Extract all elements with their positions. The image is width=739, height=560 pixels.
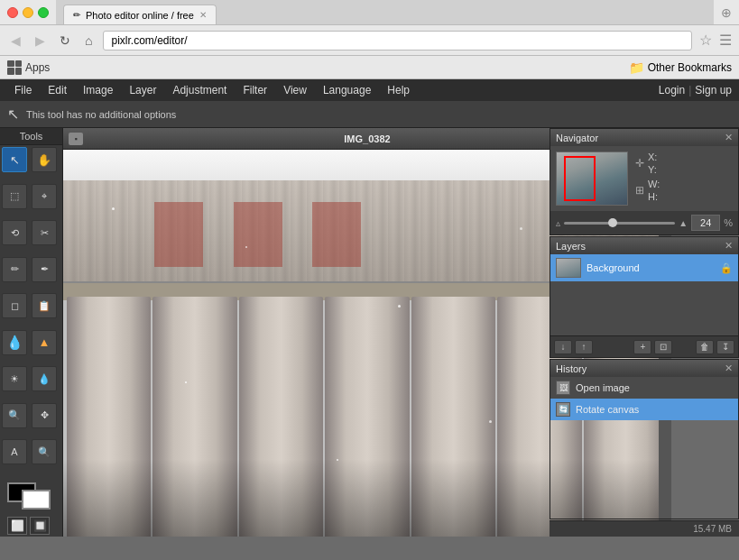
tool-text[interactable]: A	[2, 439, 27, 464]
tool-marquee[interactable]: ⬚	[2, 184, 27, 209]
tab-favicon: ✏	[73, 10, 80, 20]
tool-paint-bucket[interactable]: 💧	[2, 330, 27, 355]
quick-mask-button[interactable]: 🔲	[30, 517, 50, 535]
navigator-header: Navigator ✕	[550, 129, 738, 146]
layer-item[interactable]: Background 🔒	[550, 254, 738, 281]
tab-close-button[interactable]: ✕	[199, 10, 207, 20]
signup-button[interactable]: Sign up	[695, 84, 732, 96]
bookmark-folder-icon: 📁	[629, 60, 644, 75]
title-bar: ✏ Photo editor online / free ✕ ⊕	[0, 0, 739, 25]
traffic-lights	[7, 7, 49, 18]
layers-panel: Layers ✕ Background 🔒 ↓	[550, 236, 739, 358]
menu-adjustment[interactable]: Adjustment	[165, 82, 234, 98]
window-minimize-button[interactable]: ▪	[69, 133, 83, 145]
history-item-1[interactable]: 🖼 Open image	[550, 377, 738, 399]
forward-button[interactable]: ▶	[32, 32, 49, 50]
layers-arrow-button[interactable]: ↓	[554, 340, 572, 354]
history-label-1: Open image	[576, 382, 630, 393]
tools-grid: ↖ ✋ ⬚ ⌖ ⟲ ✂ ✏ ✒ ◻ 📋 💧 ▲ ☀ 💧 🔍 ✥ A 🔍	[0, 145, 62, 477]
normal-mode-button[interactable]: ⬜	[7, 517, 27, 535]
tool-wand[interactable]: ⟲	[2, 220, 27, 245]
crosshair-icon: ✛	[635, 157, 644, 170]
tool-clone[interactable]: 📋	[32, 293, 57, 318]
layers-up-button[interactable]: ↑	[575, 340, 593, 354]
history-icon-2: 🔄	[556, 402, 570, 417]
menu-filter[interactable]: Filter	[236, 82, 274, 98]
tool-select[interactable]: ↖	[2, 147, 27, 172]
login-button[interactable]: Login	[659, 84, 685, 96]
tool-hand[interactable]: ✥	[32, 403, 57, 428]
tools-header: Tools	[0, 128, 62, 145]
history-title: History	[556, 363, 587, 374]
tool-move[interactable]: ✋	[32, 147, 57, 172]
menu-file[interactable]: File	[7, 82, 39, 98]
zoom-input[interactable]	[691, 215, 720, 231]
menu-help[interactable]: Help	[380, 82, 417, 98]
menu-language[interactable]: Language	[316, 82, 378, 98]
tool-eyedropper[interactable]: 🔍	[32, 439, 57, 464]
layer-thumbnail	[556, 258, 581, 278]
tool-lasso[interactable]: ⌖	[32, 184, 57, 209]
navigator-h-label: H:	[648, 191, 660, 202]
tool-gradient[interactable]: ▲	[32, 330, 57, 355]
tools-panel: Tools ↖ ✋ ⬚ ⌖ ⟲ ✂ ✏ ✒ ◻ 📋 💧 ▲ ☀ 💧 🔍 ✥	[0, 128, 63, 537]
duplicate-layer-button[interactable]: ⊡	[654, 340, 672, 354]
address-input[interactable]	[103, 31, 692, 50]
zoom-slider[interactable]	[564, 222, 675, 225]
close-button[interactable]	[7, 7, 18, 18]
maximize-button[interactable]	[38, 7, 49, 18]
history-content: 🖼 Open image 🔄 Rotate canvas	[550, 377, 738, 420]
other-bookmarks[interactable]: 📁 Other Bookmarks	[629, 60, 732, 75]
history-panel: History ✕ 🖼 Open image 🔄 Rotate canvas	[550, 359, 739, 519]
history-item-2[interactable]: 🔄 Rotate canvas	[550, 399, 738, 420]
tool-pencil[interactable]: ✏	[2, 257, 27, 282]
zoom-handle[interactable]	[608, 218, 617, 227]
navigator-close-button[interactable]: ✕	[725, 132, 733, 143]
tool-blur[interactable]: 💧	[32, 366, 57, 391]
menu-image[interactable]: Image	[76, 82, 120, 98]
color-swatch-area	[0, 477, 62, 515]
status-text: 15.47 MB	[693, 524, 732, 534]
background-color[interactable]	[22, 490, 51, 510]
navigator-panel: Navigator ✕ ✛ X: Y:	[550, 128, 739, 235]
menu-layer[interactable]: Layer	[122, 82, 163, 98]
home-button[interactable]: ⌂	[81, 32, 96, 50]
status-bar: 15.47 MB	[550, 520, 739, 537]
tool-brush[interactable]: ✒	[32, 257, 57, 282]
auth-area: Login | Sign up	[659, 84, 732, 96]
tool-dodge[interactable]: ☀	[2, 366, 27, 391]
new-tab-button[interactable]: ⊕	[721, 5, 732, 20]
layers-toolbar: ↓ ↑ + ⊡ 🗑 ↧	[550, 335, 738, 357]
reload-button[interactable]: ↻	[56, 32, 74, 50]
merge-layer-button[interactable]: ↧	[716, 340, 734, 354]
delete-layer-button[interactable]: 🗑	[696, 340, 714, 354]
layers-header: Layers ✕	[550, 237, 738, 254]
menu-button[interactable]: ☰	[719, 32, 732, 49]
apps-button[interactable]: Apps	[7, 60, 50, 75]
canvas-area: ▪ IMG_0382 ✕	[63, 128, 739, 537]
zoom-percent-label: %	[724, 217, 733, 228]
color-swatch	[7, 482, 51, 510]
zoom-out-icon[interactable]: ▵	[556, 218, 560, 228]
layer-name: Background	[587, 262, 715, 273]
tab-title: Photo editor online / free	[86, 10, 194, 21]
navigator-x-label: X:	[648, 151, 657, 162]
layers-close-button[interactable]: ✕	[725, 240, 733, 252]
back-button[interactable]: ◀	[7, 32, 24, 50]
tool-zoom[interactable]: 🔍	[2, 403, 27, 428]
minimize-button[interactable]	[23, 7, 33, 18]
tool-crop[interactable]: ✂	[32, 220, 57, 245]
navigator-viewport[interactable]	[564, 156, 596, 201]
zoom-in-icon[interactable]: ▲	[679, 218, 688, 228]
resize-icon: ⊞	[635, 184, 644, 197]
navigator-w-label: W:	[648, 179, 660, 189]
menu-edit[interactable]: Edit	[41, 82, 74, 98]
menu-view[interactable]: View	[276, 82, 314, 98]
navigator-info: ✛ X: Y: ⊞ W: H:	[635, 151, 733, 206]
tool-eraser[interactable]: ◻	[2, 293, 27, 318]
browser-tab[interactable]: ✏ Photo editor online / free ✕	[63, 5, 217, 24]
history-close-button[interactable]: ✕	[725, 363, 733, 374]
bookmark-star[interactable]: ☆	[699, 32, 712, 49]
new-layer-button[interactable]: +	[633, 340, 651, 354]
layers-title: Layers	[556, 241, 586, 252]
